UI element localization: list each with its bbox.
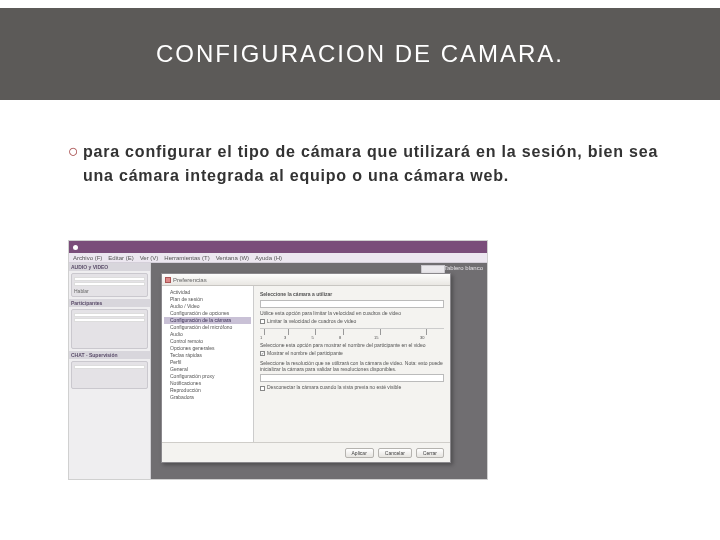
cancel-button[interactable]: Cancelar — [378, 448, 412, 458]
scale-tick-label: 1 — [260, 335, 262, 340]
tree-item[interactable]: Configuración del micrófono — [164, 324, 251, 331]
menu-tools[interactable]: Herramientas (T) — [164, 255, 209, 261]
checkbox-icon[interactable] — [260, 386, 265, 391]
camera-select-dropdown[interactable] — [260, 300, 444, 308]
panel-chat-header[interactable]: CHAT - Supervisión — [69, 351, 150, 359]
checkbox-row[interactable]: Desconectar la cámara cuando la vista pr… — [260, 384, 444, 390]
menu-file[interactable]: Archivo (F) — [73, 255, 102, 261]
panel-audio-video-header[interactable]: AUDIO y VIDEO — [69, 263, 150, 271]
app-logo-icon — [73, 245, 78, 250]
tree-item[interactable]: Grabadora — [164, 394, 251, 401]
tree-item[interactable]: Audio / Video — [164, 303, 251, 310]
preferences-dialog: Preferencias Actividad Plan de sesión Au… — [161, 273, 451, 463]
dialog-title: Preferencias — [173, 277, 207, 283]
tree-item[interactable]: Configuración proxy — [164, 373, 251, 380]
framerate-scale[interactable]: 1 3 5 8 15 30 — [260, 328, 444, 338]
app-titlebar — [69, 241, 487, 253]
tree-item[interactable]: Configuración de opciones — [164, 310, 251, 317]
application-screenshot: Archivo (F) Editar (E) Ver (V) Herramien… — [68, 240, 488, 480]
slide-body: ○ para configurar el tipo de cámara que … — [68, 140, 670, 188]
checkbox-label: Mostrar el nombre del participante — [267, 350, 343, 356]
tree-item[interactable]: Control remoto — [164, 338, 251, 345]
checkbox-icon[interactable] — [260, 319, 265, 324]
scale-tick-label: 5 — [312, 335, 314, 340]
show-name-hint: Seleccione esta opción para mostrar el n… — [260, 342, 444, 348]
camera-select-heading: Seleccione la cámara a utilizar — [260, 291, 444, 297]
menu-edit[interactable]: Editar (E) — [108, 255, 133, 261]
app-sidebar: AUDIO y VIDEO Hablar Participantes CHAT … — [69, 263, 151, 479]
content-tab-label[interactable]: Tablero blanco — [444, 265, 483, 271]
app-main: AUDIO y VIDEO Hablar Participantes CHAT … — [69, 263, 487, 479]
panel-audio-video: Hablar — [71, 273, 148, 297]
dialog-body: Actividad Plan de sesión Audio / Video C… — [162, 286, 450, 442]
slide-title-band: CONFIGURACION DE CAMARA. — [0, 8, 720, 100]
scale-tick-label: 30 — [420, 335, 424, 340]
chat-input[interactable] — [74, 365, 145, 369]
panel-participants — [71, 309, 148, 349]
tree-item[interactable]: Teclas rápidas — [164, 352, 251, 359]
scale-tick-label: 15 — [374, 335, 378, 340]
tree-item[interactable]: General — [164, 366, 251, 373]
close-button[interactable]: Cerrar — [416, 448, 444, 458]
dialog-footer: Aplicar Cancelar Cerrar — [162, 442, 450, 462]
tree-item[interactable]: Notificaciones — [164, 380, 251, 387]
menu-help[interactable]: Ayuda (H) — [255, 255, 282, 261]
tree-item[interactable]: Audio — [164, 331, 251, 338]
checkbox-label: Desconectar la cámara cuando la vista pr… — [267, 384, 401, 390]
bullet-row: ○ para configurar el tipo de cámara que … — [68, 140, 670, 188]
bullet-text: para configurar el tipo de cámara que ut… — [83, 140, 670, 188]
tree-item[interactable]: Perfil — [164, 359, 251, 366]
dialog-tree[interactable]: Actividad Plan de sesión Audio / Video C… — [162, 286, 254, 442]
framerate-hint: Utilice esta opción para limitar la velo… — [260, 310, 444, 316]
app-content: Tablero blanco Preferencias Actividad Pl… — [151, 263, 487, 479]
resolution-dropdown[interactable] — [260, 374, 444, 382]
menu-window[interactable]: Ventana (W) — [216, 255, 249, 261]
dialog-titlebar: Preferencias — [162, 274, 450, 286]
panel-participants-header[interactable]: Participantes — [69, 299, 150, 307]
bullet-circle-icon: ○ — [68, 142, 79, 188]
talk-label[interactable]: Hablar — [74, 288, 145, 294]
menu-view[interactable]: Ver (V) — [140, 255, 159, 261]
panel-chat — [71, 361, 148, 389]
checkbox-row[interactable]: Limitar la velocidad de cuadros de video — [260, 318, 444, 324]
list-item[interactable] — [74, 313, 145, 317]
audio-meter — [74, 277, 145, 281]
tree-item[interactable]: Opciones generales — [164, 345, 251, 352]
checkbox-label: Limitar la velocidad de cuadros de video — [267, 318, 356, 324]
slide-title: CONFIGURACION DE CAMARA. — [156, 40, 564, 68]
scale-tick-label: 3 — [284, 335, 286, 340]
tree-item[interactable]: Plan de sesión — [164, 296, 251, 303]
tree-item[interactable]: Actividad — [164, 289, 251, 296]
checkbox-checked-icon[interactable] — [260, 351, 265, 356]
list-item[interactable] — [74, 318, 145, 322]
checkbox-row[interactable]: Mostrar el nombre del participante — [260, 350, 444, 356]
dialog-app-icon — [165, 277, 171, 283]
app-menubar: Archivo (F) Editar (E) Ver (V) Herramien… — [69, 253, 487, 263]
video-meter — [74, 282, 145, 286]
tree-item[interactable]: Reproducción — [164, 387, 251, 394]
tree-item-selected[interactable]: Configuración de la cámara — [164, 317, 251, 324]
apply-button[interactable]: Aplicar — [345, 448, 374, 458]
scale-tick-label: 8 — [339, 335, 341, 340]
dialog-right-pane: Seleccione la cámara a utilizar Utilice … — [254, 286, 450, 442]
resolution-hint: Seleccione la resolución que se utilizar… — [260, 360, 444, 372]
